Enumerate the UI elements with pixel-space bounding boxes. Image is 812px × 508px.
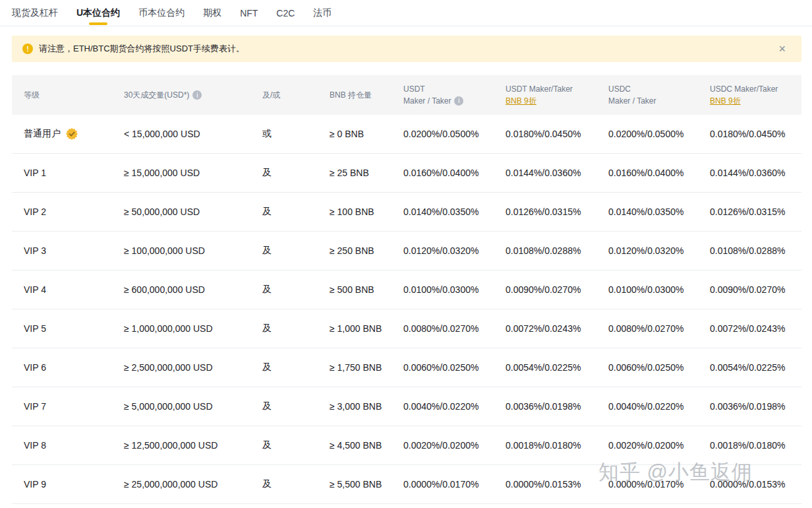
cell-usdc-bnb: 0.0090%/0.0270%: [710, 284, 801, 295]
warning-icon: !: [22, 44, 33, 54]
cell-volume: ≥ 15,000,000 USD: [124, 168, 262, 178]
cell-usdt: 0.0020%/0.0200%: [403, 440, 506, 451]
info-icon[interactable]: i: [454, 96, 463, 106]
cell-volume: ≥ 2,500,000,000 USD: [124, 362, 262, 373]
header-volume-label: 30天成交量(USD*): [124, 90, 189, 101]
tab-0[interactable]: 现货及杠杆: [12, 0, 58, 26]
header-volume: 30天成交量(USD*) i: [124, 90, 262, 101]
cell-usdc-bnb: 0.0054%/0.0225%: [710, 362, 801, 373]
cell-bnb: ≥ 4,500 BNB: [330, 440, 403, 451]
tab-bar: 现货及杠杆U本位合约币本位合约期权NFTC2C法币: [0, 0, 812, 26]
level-label: VIP 6: [24, 362, 46, 373]
cell-volume: ≥ 100,000,000 USD: [124, 245, 262, 256]
cell-usdc: 0.0080%/0.0270%: [608, 323, 710, 334]
cell-usdt: 0.0140%/0.0350%: [403, 206, 506, 217]
cell-usdt-bnb: 0.0144%/0.0360%: [506, 168, 608, 178]
cell-bnb: ≥ 100 BNB: [330, 206, 403, 217]
cell-bnb: ≥ 1,000 BNB: [330, 323, 403, 334]
header-and-or: 及/或: [262, 90, 330, 101]
cell-usdc-bnb: 0.0036%/0.0198%: [710, 401, 801, 412]
table-body: 普通用户< 15,000,000 USD或≥ 0 BNB0.0200%/0.05…: [12, 115, 801, 504]
tab-5[interactable]: C2C: [276, 0, 295, 26]
close-icon[interactable]: ×: [778, 43, 786, 55]
cell-volume: < 15,000,000 USD: [124, 129, 262, 139]
table-row: VIP 4≥ 600,000,000 USD及≥ 500 BNB0.0100%/…: [12, 270, 801, 309]
cell-usdc-bnb: 0.0000%/0.0153%: [710, 479, 801, 490]
bnb-discount-link[interactable]: BNB 9折: [506, 96, 536, 106]
cell-usdt: 0.0160%/0.0400%: [403, 168, 506, 178]
cell-usdt: 0.0080%/0.0270%: [403, 323, 506, 334]
cell-volume: ≥ 1,000,000,000 USD: [124, 323, 262, 334]
header-usdc-bnb-discount: USDC Maker/Taker BNB 9折: [710, 83, 801, 107]
cell-usdc-bnb: 0.0126%/0.0315%: [710, 206, 801, 217]
cell-usdc: 0.0100%/0.0300%: [608, 284, 710, 295]
cell-usdt-bnb: 0.0072%/0.0243%: [506, 323, 608, 334]
header-usdt-bnb-line1: USDT Maker/Taker: [506, 83, 608, 95]
tab-6[interactable]: 法币: [313, 0, 332, 26]
verified-badge-icon: [66, 128, 78, 140]
cell-and-or: 及: [262, 362, 330, 373]
cell-bnb: ≥ 1,750 BNB: [330, 362, 403, 373]
header-usdt-line1: USDT: [403, 83, 506, 95]
level-label: VIP 8: [24, 440, 46, 451]
cell-volume: ≥ 5,000,000,000 USD: [124, 401, 262, 412]
level-label: VIP 2: [24, 206, 46, 217]
notice-banner: ! 请注意，ETH/BTC期货合约将按照USDT手续费表计。 ×: [12, 36, 801, 62]
cell-and-or: 及: [262, 284, 330, 296]
cell-bnb: ≥ 3,000 BNB: [330, 401, 403, 412]
cell-usdc: 0.0160%/0.0400%: [608, 168, 710, 178]
cell-level: VIP 7: [24, 401, 124, 412]
cell-level: VIP 3: [24, 245, 124, 256]
cell-usdt-bnb: 0.0018%/0.0180%: [506, 440, 608, 451]
cell-and-or: 及: [262, 323, 330, 334]
level-label: VIP 4: [24, 284, 46, 295]
cell-usdt-bnb: 0.0090%/0.0270%: [506, 284, 608, 295]
table-row: VIP 8≥ 12,500,000,000 USD及≥ 4,500 BNB0.0…: [12, 426, 801, 465]
cell-usdt-bnb: 0.0126%/0.0315%: [506, 206, 608, 217]
cell-usdt-bnb: 0.0180%/0.0450%: [506, 129, 608, 139]
cell-bnb: ≥ 25 BNB: [330, 168, 403, 178]
header-usdt-line2: Maker / Taker: [403, 95, 451, 107]
cell-usdc-bnb: 0.0072%/0.0243%: [710, 323, 801, 334]
info-icon[interactable]: i: [192, 90, 202, 100]
cell-volume: ≥ 12,500,000,000 USD: [124, 440, 262, 451]
level-label: 普通用户: [24, 128, 61, 140]
cell-level: VIP 4: [24, 284, 124, 295]
tab-2[interactable]: 币本位合约: [138, 0, 185, 26]
table-row: VIP 5≥ 1,000,000,000 USD及≥ 1,000 BNB0.00…: [12, 309, 801, 348]
table-row: VIP 2≥ 50,000,000 USD及≥ 100 BNB0.0140%/0…: [12, 193, 801, 232]
notice-text: 请注意，ETH/BTC期货合约将按照USDT手续费表计。: [39, 43, 245, 55]
table-header-row: 等级 30天成交量(USD*) i 及/或 BNB 持仓量 USDT Maker…: [12, 75, 801, 115]
cell-usdc-bnb: 0.0018%/0.0180%: [710, 440, 801, 451]
level-label: VIP 3: [24, 245, 46, 256]
level-label: VIP 9: [24, 479, 46, 490]
cell-level: VIP 6: [24, 362, 124, 373]
cell-usdt: 0.0200%/0.0500%: [403, 129, 506, 139]
cell-and-or: 及: [262, 478, 330, 490]
table-row: VIP 1≥ 15,000,000 USD及≥ 25 BNB0.0160%/0.…: [12, 154, 801, 193]
cell-volume: ≥ 25,000,000,000 USD: [124, 479, 262, 490]
cell-bnb: ≥ 250 BNB: [330, 245, 403, 256]
tab-4[interactable]: NFT: [240, 0, 258, 26]
header-usdc-line1: USDC: [608, 83, 710, 95]
cell-usdt: 0.0040%/0.0220%: [403, 401, 506, 412]
bnb-discount-link[interactable]: BNB 9折: [710, 96, 741, 106]
cell-usdc: 0.0140%/0.0350%: [608, 206, 710, 217]
table-row: VIP 6≥ 2,500,000,000 USD及≥ 1,750 BNB0.00…: [12, 348, 801, 387]
cell-usdc: 0.0000%/0.0170%: [608, 479, 710, 490]
cell-usdt-bnb: 0.0036%/0.0198%: [506, 401, 608, 412]
cell-usdt: 0.0000%/0.0170%: [403, 479, 506, 490]
header-usdc-maker-taker: USDC Maker / Taker: [608, 83, 710, 107]
cell-usdc-bnb: 0.0180%/0.0450%: [710, 129, 801, 139]
cell-usdc-bnb: 0.0108%/0.0288%: [710, 245, 801, 256]
header-usdc-bnb-line1: USDC Maker/Taker: [710, 83, 801, 95]
tab-3[interactable]: 期权: [203, 0, 221, 26]
tab-1[interactable]: U本位合约: [76, 0, 120, 26]
cell-usdc: 0.0120%/0.0320%: [608, 245, 710, 256]
header-usdt-bnb-discount: USDT Maker/Taker BNB 9折: [506, 83, 608, 107]
header-bnb-balance-label: BNB 持仓量: [330, 90, 372, 100]
cell-usdt: 0.0120%/0.0320%: [403, 245, 506, 256]
cell-and-or: 及: [262, 245, 330, 257]
cell-volume: ≥ 50,000,000 USD: [124, 206, 262, 217]
cell-volume: ≥ 600,000,000 USD: [124, 284, 262, 295]
